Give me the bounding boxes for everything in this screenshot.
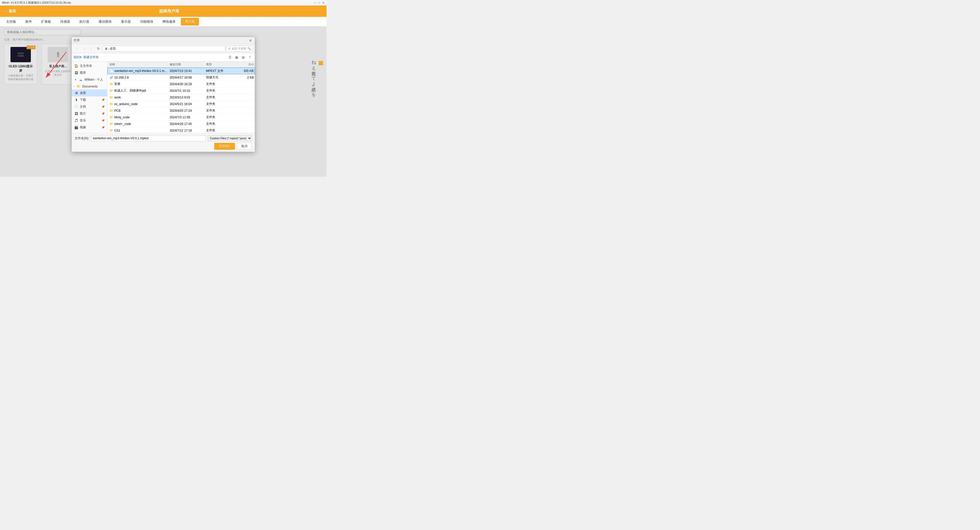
tab-user-library[interactable]: 用户库 [181, 18, 199, 25]
file-type-8: 文件夹 [205, 128, 236, 133]
pin-icon: 📌 [102, 99, 105, 101]
file-name-1: 📁 竞赛 [107, 82, 169, 86]
gallery-icon: 🖼 [74, 71, 78, 75]
folder-icon-5: 📁 [110, 109, 113, 113]
filename-input[interactable] [91, 135, 205, 141]
tab-main-board[interactable]: 主控板 [2, 18, 20, 25]
pictures-icon: 🖼 [74, 112, 78, 116]
organize-btn[interactable]: 组织▾ [74, 55, 81, 59]
filelist-header: 名称 修改日期 类型 大小 [107, 62, 255, 68]
sidebar-home[interactable]: 🏠 主文件夹 [72, 62, 107, 69]
sidebar-music[interactable]: 🎵 音乐 📌 [72, 117, 107, 124]
folder-icon-8: 📁 [110, 129, 113, 132]
sidebar-desktop[interactable]: 🖥 桌面 [72, 89, 107, 96]
view-grid-btn[interactable]: ▤ [240, 54, 246, 60]
maximize-btn[interactable]: □ [318, 1, 320, 4]
view-buttons: ☰ ▦ ▤ ? [227, 54, 253, 60]
file-row-8[interactable]: 📁 CS1 2024/7/12 17:19 文件夹 [107, 127, 255, 133]
col-name-header[interactable]: 名称 [107, 62, 169, 66]
dialog-close-btn[interactable]: ✕ [248, 38, 253, 43]
file-row-mpext[interactable]: 📄 eamkefun-em_mp3-thirdex-V0.0.1.m... 20… [107, 68, 255, 74]
sidebar-download[interactable]: ⬇ 下载 📌 [72, 96, 107, 103]
folder-icon-4: 📁 [110, 102, 113, 106]
back-nav-btn[interactable]: ← [74, 46, 80, 52]
back-button[interactable]: ← 返回 [4, 9, 16, 14]
dialog-titlebar: 打开 ✕ [72, 37, 255, 44]
file-date-4: 2024/5/21 16:04 [169, 102, 205, 106]
folder-icon-3: 📁 [110, 95, 113, 99]
file-date-3: 2024/5/13 9:03 [169, 95, 205, 99]
desktop-icon: 🖥 [74, 91, 78, 95]
tab-comm-module[interactable]: 通信模块 [94, 18, 116, 25]
up-nav-btn[interactable]: ↑ [88, 46, 94, 52]
col-date-header[interactable]: 修改日期 [169, 62, 205, 66]
col-size-header[interactable]: 大小 [236, 62, 255, 66]
tab-network-service[interactable]: 网络服务 [158, 18, 180, 25]
dialog-search[interactable]: 在 桌面 中搜索 🔍 [226, 46, 253, 52]
tab-display[interactable]: 显示器 [117, 18, 135, 25]
file-size-0: 2 KB [236, 76, 255, 79]
view-details-btn[interactable]: ▦ [233, 54, 240, 60]
filename-label: 文件名(N): [75, 136, 89, 140]
folder-icon-2: 📁 [110, 89, 113, 92]
file-type-6: 文件夹 [205, 115, 236, 119]
file-row-1[interactable]: 📁 竞赛 2024/4/30 16:29 文件夹 [107, 81, 255, 88]
file-date-mpext: 2024/7/13 15:41 [169, 69, 205, 73]
minimize-btn[interactable]: ─ [315, 1, 317, 4]
expand-icon: ▼ [74, 78, 77, 81]
home-icon: 🏠 [74, 64, 78, 68]
dialog-toolbar2: 组织▾ 新建文件夹 ☰ ▦ ▤ ? [72, 53, 255, 62]
tab-sensor[interactable]: 传感器 [56, 18, 74, 25]
file-type-mpext: MPEXT 文件 [205, 69, 235, 73]
file-row-6[interactable]: 📁 Mixly_code 2024/7/3 11:58 文件夹 [107, 114, 255, 121]
file-row-4[interactable]: 📁 vs_arduino_code 2024/5/21 16:04 文件夹 [107, 101, 255, 107]
file-row-2[interactable]: 📁 机器人三、四级课件ppt 2024/7/1 10:10 文件夹 [107, 88, 255, 94]
new-folder-btn[interactable]: 新建文件夹 [83, 55, 99, 59]
open-button[interactable]: 打开(O) [214, 143, 235, 150]
file-row-7[interactable]: 📁 mind+_code 2024/4/29 17:45 文件夹 [107, 121, 255, 127]
file-filter-select[interactable]: Custom Files (*.mpext;*.json) [208, 135, 252, 141]
sidebar-home-label: 主文件夹 [80, 64, 92, 68]
sidebar-video[interactable]: 🎬 视频 📌 [72, 124, 107, 131]
dialog-title: 打开 [74, 38, 80, 43]
search-placeholder: 在 桌面 中搜索 [228, 47, 247, 51]
file-type-0: 快捷方式 [205, 75, 236, 80]
sidebar-documents-label: Documents [82, 85, 98, 88]
col-type-header[interactable]: 类型 [205, 62, 236, 66]
sidebar-pictures[interactable]: 🖼 图片 📌 [72, 110, 107, 117]
sidebar-docs[interactable]: 📄 文档 📌 [72, 103, 107, 110]
docs-icon: 📄 [74, 105, 78, 109]
path-bar[interactable]: 🖥 › 桌面 [102, 46, 225, 52]
view-help-btn[interactable]: ? [247, 54, 253, 60]
sidebar-gallery[interactable]: 🖼 图库 [72, 69, 107, 76]
file-row-3[interactable]: 📁 work 2024/5/13 9:03 文件夹 [107, 94, 255, 101]
path-icon: 🖥 [105, 47, 108, 51]
forward-nav-btn[interactable]: → [81, 46, 87, 52]
tab-kit[interactable]: 套件 [21, 18, 36, 25]
file-date-2: 2024/7/1 10:10 [169, 89, 205, 92]
file-name-5: 📁 PCB [107, 109, 169, 113]
file-type-1: 文件夹 [205, 82, 236, 86]
refresh-btn[interactable]: ↻ [95, 46, 101, 52]
file-row-5[interactable]: 📁 PCB 2024/4/20 17:24 文件夹 [107, 107, 255, 114]
sidebar-documents[interactable]: › 📁 Documents [72, 83, 107, 89]
app-header: ← 返回 选择用户库 [0, 6, 326, 17]
cancel-button[interactable]: 取消 [237, 143, 252, 150]
file-date-7: 2024/4/29 17:45 [169, 122, 205, 126]
tab-actuator[interactable]: 执行器 [75, 18, 93, 25]
pin-icon3: 📌 [102, 112, 105, 115]
file-type-3: 文件夹 [205, 95, 236, 99]
file-row-0[interactable]: 🔗 10.168.2.8 2024/4/17 18:58 快捷方式 2 KB [107, 74, 255, 81]
sidebar-cloud-label: William - 个人 [84, 78, 103, 82]
view-list-btn[interactable]: ☰ [227, 54, 233, 60]
file-dialog: 打开 ✕ ← → ↑ ↻ 🖥 › 桌面 在 桌面 中搜索 🔍 [72, 37, 255, 152]
sidebar-docs-label: 文档 [80, 105, 86, 109]
tab-expansion-board[interactable]: 扩展板 [37, 18, 55, 25]
close-btn[interactable]: ✕ [322, 1, 325, 4]
window-controls: ─ □ ✕ [315, 1, 325, 4]
file-type-7: 文件夹 [205, 122, 236, 126]
sidebar-cloud[interactable]: ▼ ☁ William - 个人 [72, 76, 107, 83]
tab-function-module[interactable]: 功能模块 [136, 18, 158, 25]
folder-icon-6: 📁 [110, 116, 113, 119]
file-name-8: 📁 CS1 [107, 129, 169, 132]
